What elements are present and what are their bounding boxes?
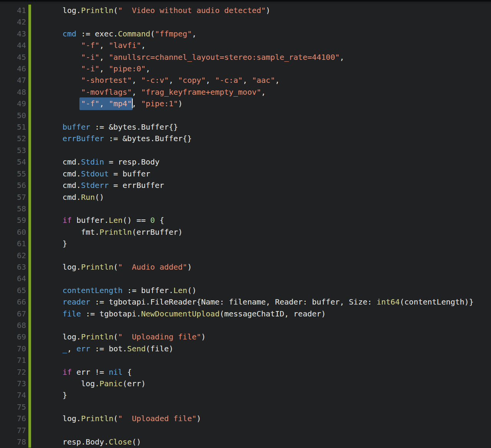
line-number[interactable]: 50 — [0, 110, 26, 121]
line-number[interactable]: 62 — [0, 250, 26, 261]
token-d: (contentLength)} — [400, 297, 474, 306]
code-text[interactable]: log.Println(" Video without audio detect… — [31, 5, 491, 16]
token-d: , — [99, 64, 109, 73]
modified-indicator-bar — [28, 74, 31, 86]
line-number[interactable]: 68 — [0, 320, 26, 331]
line-number[interactable]: 42 — [0, 16, 26, 28]
code-text[interactable]: fmt.Println(errBuffer) — [31, 226, 491, 238]
line-number[interactable]: 47 — [0, 74, 26, 86]
line-number[interactable]: 63 — [0, 261, 26, 273]
code-text[interactable]: } — [31, 389, 491, 401]
line-number[interactable]: 49 — [0, 98, 26, 109]
code-text[interactable] — [31, 320, 491, 331]
line-number[interactable]: 52 — [0, 133, 26, 144]
code-line: 68 — [0, 320, 491, 331]
line-number[interactable]: 44 — [0, 40, 26, 51]
token-d: log. — [63, 332, 81, 341]
line-number[interactable]: 67 — [0, 308, 26, 320]
token-d: resp.Body. — [63, 437, 109, 446]
code-text[interactable]: cmd.Stdin = resp.Body — [31, 156, 491, 168]
code-text[interactable]: "-f", "mp4", "pipe:1") — [31, 98, 491, 109]
line-number[interactable]: 72 — [0, 366, 26, 378]
token-d: err != — [72, 367, 109, 377]
token-d: = buffer — [109, 169, 150, 178]
code-text[interactable]: buffer := &bytes.Buffer{} — [31, 121, 491, 133]
modified-indicator-bar — [28, 354, 31, 366]
code-text[interactable] — [31, 203, 491, 214]
line-number[interactable]: 75 — [0, 401, 26, 413]
line-number[interactable]: 45 — [0, 51, 26, 63]
code-editor[interactable]: 41log.Println(" Video without audio dete… — [0, 5, 491, 448]
line-number[interactable]: 48 — [0, 86, 26, 98]
code-text[interactable]: file := tgbotapi.NewDocumentUpload(messa… — [31, 308, 491, 320]
line-number[interactable]: 54 — [0, 156, 26, 168]
line-number[interactable]: 51 — [0, 121, 26, 133]
code-text[interactable] — [31, 273, 491, 284]
line-number[interactable]: 56 — [0, 180, 26, 191]
line-number[interactable]: 71 — [0, 354, 26, 366]
line-number[interactable]: 73 — [0, 378, 26, 389]
code-text[interactable]: log.Println(" Audio added") — [31, 261, 491, 273]
code-text[interactable]: "-i", "pipe:0", — [31, 63, 491, 74]
token-f: Println — [99, 227, 132, 237]
code-text[interactable]: _, err := bot.Send(file) — [31, 343, 491, 354]
modified-indicator-bar — [28, 273, 31, 284]
line-number[interactable]: 70 — [0, 343, 26, 354]
code-text[interactable]: log.Panic(err) — [31, 378, 491, 389]
line-number[interactable]: 78 — [0, 436, 26, 448]
token-f: int64 — [377, 297, 400, 306]
tab-bar-shadow — [0, 0, 491, 5]
code-text[interactable]: errBuffer := &bytes.Buffer{} — [31, 133, 491, 144]
code-text[interactable]: log.Println(" Uploading file") — [31, 331, 491, 343]
token-d: = resp.Body — [104, 157, 160, 166]
code-text[interactable] — [31, 250, 491, 261]
code-text[interactable] — [31, 110, 491, 121]
line-number[interactable]: 55 — [0, 168, 26, 180]
line-number[interactable]: 59 — [0, 214, 26, 226]
code-text[interactable]: cmd.Stderr = errBuffer — [31, 180, 491, 191]
code-text[interactable]: if buffer.Len() == 0 { — [31, 214, 491, 226]
code-text[interactable]: cmd.Stdout = buffer — [31, 168, 491, 180]
code-text[interactable]: contentLength := buffer.Len() — [31, 285, 491, 296]
code-text[interactable]: log.Println(" Uploaded file") — [31, 413, 491, 424]
line-number[interactable]: 66 — [0, 296, 26, 308]
code-line: 58 — [0, 203, 491, 214]
code-text[interactable]: resp.Body.Close() — [31, 436, 491, 448]
line-number[interactable]: 53 — [0, 145, 26, 156]
token-d: := &bytes.Buffer{} — [90, 122, 178, 132]
line-number[interactable]: 58 — [0, 203, 26, 214]
code-text[interactable] — [31, 354, 491, 366]
token-d: cmd. — [63, 169, 81, 178]
line-number[interactable]: 76 — [0, 413, 26, 424]
code-text[interactable]: reader := tgbotapi.FileReader{Name: file… — [31, 296, 491, 308]
code-text[interactable]: cmd.Run() — [31, 191, 491, 203]
token-s: "-c:v" — [141, 76, 169, 85]
code-text[interactable]: "-i", "anullsrc=channel_layout=stereo:sa… — [31, 51, 491, 63]
line-number[interactable]: 61 — [0, 238, 26, 249]
line-number[interactable]: 74 — [0, 389, 26, 401]
code-text[interactable]: "-movflags", "frag_keyframe+empty_moov", — [31, 86, 491, 98]
code-line: 50 — [0, 110, 491, 121]
line-number[interactable]: 65 — [0, 285, 26, 296]
code-text[interactable]: "-shortest", "-c:v", "copy", "-c:a", "aa… — [31, 74, 491, 86]
code-text[interactable] — [31, 145, 491, 156]
token-d: ( — [150, 29, 155, 38]
code-text[interactable]: } — [31, 238, 491, 249]
code-text[interactable] — [31, 16, 491, 28]
token-d: (err) — [123, 379, 146, 388]
code-text[interactable] — [31, 425, 491, 436]
line-number[interactable]: 41 — [0, 5, 26, 16]
code-text[interactable] — [31, 401, 491, 413]
line-number[interactable]: 43 — [0, 28, 26, 40]
code-text[interactable]: "-f", "lavfi", — [31, 40, 491, 51]
token-s: " Video without audio detected" — [118, 6, 266, 15]
code-line: 62 — [0, 250, 491, 261]
line-number[interactable]: 64 — [0, 273, 26, 284]
code-text[interactable]: if err != nil { — [31, 366, 491, 378]
line-number[interactable]: 46 — [0, 63, 26, 74]
line-number[interactable]: 77 — [0, 425, 26, 436]
code-text[interactable]: cmd := exec.Command("ffmpeg", — [31, 28, 491, 40]
line-number[interactable]: 57 — [0, 191, 26, 203]
line-number[interactable]: 60 — [0, 226, 26, 238]
line-number[interactable]: 69 — [0, 331, 26, 343]
